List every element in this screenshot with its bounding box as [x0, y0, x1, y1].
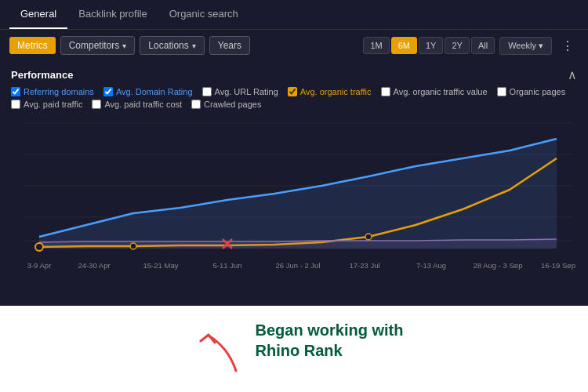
svg-text:3-9 Apr: 3-9 Apr	[27, 261, 52, 270]
svg-text:7-13 Aug: 7-13 Aug	[416, 261, 446, 270]
legend-avg-organic-traffic-value[interactable]: Avg. organic traffic value	[381, 87, 488, 96]
annotation-text: Began working with Rhino Rank	[256, 320, 404, 361]
svg-text:26 Jun - 2 Jul: 26 Jun - 2 Jul	[275, 261, 320, 270]
chevron-down-icon: ▾	[122, 42, 126, 50]
tab-bar: General Backlink profile Organic search	[0, 0, 588, 30]
checkbox-crawled-pages[interactable]	[191, 100, 201, 109]
svg-point-10	[130, 243, 136, 249]
dark-panel: General Backlink profile Organic search …	[0, 0, 588, 306]
metrics-button[interactable]: Metrics	[9, 37, 56, 54]
legend-avg-organic-traffic[interactable]: Avg. organic traffic	[288, 87, 372, 96]
svg-text:5-11 Jun: 5-11 Jun	[213, 261, 242, 270]
controls-bar: Metrics Competitors ▾ Locations ▾ Years …	[0, 30, 588, 61]
time-all[interactable]: All	[471, 37, 495, 54]
svg-text:15-21 May: 15-21 May	[143, 261, 179, 270]
legend-organic-pages[interactable]: Organic pages	[497, 87, 566, 96]
time-2y[interactable]: 2Y	[445, 37, 469, 54]
checkbox-referring-domains[interactable]	[11, 87, 20, 96]
svg-text:24-30 Apr: 24-30 Apr	[78, 261, 110, 270]
legend-avg-domain-rating[interactable]: Avg. Domain Rating	[103, 87, 193, 96]
chart-area: 3-9 Apr 24-30 Apr 15-21 May 5-11 Jun 26 …	[0, 115, 588, 280]
svg-text:17-23 Jul: 17-23 Jul	[349, 261, 379, 270]
legend-crawled-pages[interactable]: Crawled pages	[191, 100, 261, 109]
svg-point-11	[365, 234, 372, 240]
more-options-button[interactable]: ⋮	[557, 37, 579, 55]
years-button[interactable]: Years	[209, 36, 250, 55]
tab-organic[interactable]: Organic search	[158, 0, 249, 29]
checkbox-avg-organic-traffic-value[interactable]	[381, 87, 390, 96]
annotation-section: Began working with Rhino Rank	[0, 306, 588, 392]
svg-text:16-19 Sep: 16-19 Sep	[541, 261, 575, 270]
locations-button[interactable]: Locations ▾	[140, 36, 204, 55]
checkbox-avg-url-rating[interactable]	[202, 87, 212, 96]
performance-title: Performance	[11, 69, 73, 81]
collapse-button[interactable]: ∧	[568, 67, 577, 82]
chevron-down-icon: ▾	[192, 42, 196, 50]
tab-backlink[interactable]: Backlink profile	[67, 0, 158, 29]
time-6m[interactable]: 6M	[391, 37, 417, 54]
checkbox-avg-organic-traffic[interactable]	[288, 87, 297, 96]
annotation-container: Began working with Rhino Rank	[185, 320, 404, 379]
svg-text:28 Aug - 3 Sep: 28 Aug - 3 Sep	[474, 261, 523, 270]
weekly-button[interactable]: Weekly ▾	[499, 37, 552, 55]
legend-avg-paid-traffic-cost[interactable]: Avg. paid traffic cost	[92, 100, 182, 109]
time-1y[interactable]: 1Y	[419, 37, 443, 54]
legend-avg-paid-traffic[interactable]: Avg. paid traffic	[11, 100, 82, 109]
checkbox-organic-pages[interactable]	[497, 87, 506, 96]
svg-point-9	[35, 243, 43, 251]
checkbox-avg-paid-traffic-cost[interactable]	[92, 100, 101, 109]
performance-section-header: Performance ∧	[0, 61, 588, 85]
chevron-down-icon: ▾	[539, 41, 543, 51]
competitors-button[interactable]: Competitors ▾	[60, 36, 136, 55]
checkbox-avg-domain-rating[interactable]	[103, 87, 113, 96]
legend-row-1: Referring domains Avg. Domain Rating Avg…	[0, 85, 588, 98]
legend-row-2: Avg. paid traffic Avg. paid traffic cost…	[0, 98, 588, 111]
checkbox-avg-paid-traffic[interactable]	[11, 100, 20, 109]
time-range-buttons: 1M 6M 1Y 2Y All	[363, 37, 495, 54]
time-1m[interactable]: 1M	[363, 37, 389, 54]
legend-referring-domains[interactable]: Referring domains	[11, 87, 94, 96]
curved-arrow-icon	[185, 324, 248, 379]
tab-general[interactable]: General	[9, 0, 67, 29]
legend-avg-url-rating[interactable]: Avg. URL Rating	[202, 87, 278, 96]
performance-chart: 3-9 Apr 24-30 Apr 15-21 May 5-11 Jun 26 …	[0, 115, 588, 280]
